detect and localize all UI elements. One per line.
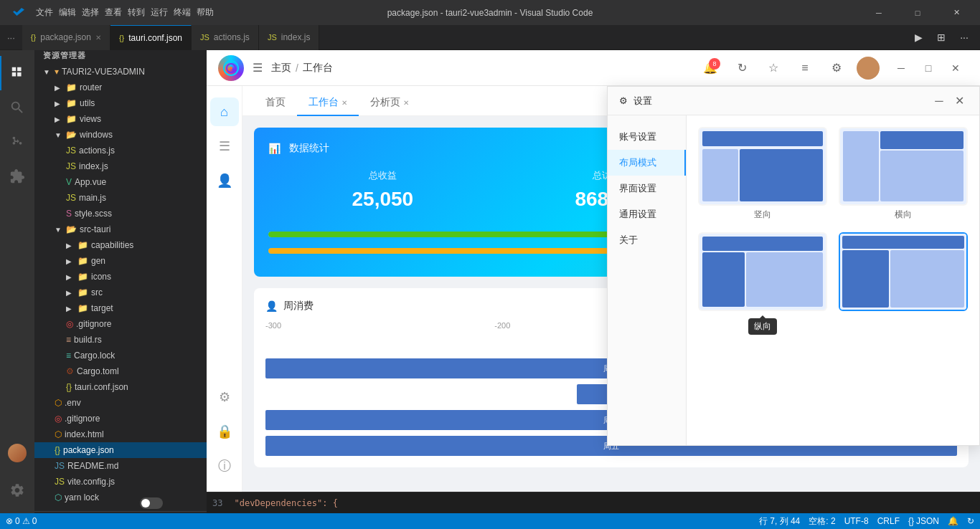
sidebar-item-vite-config[interactable]: JS vite.config.js [34,474,207,490]
sidebar-item-views[interactable]: ▶ 📁 views [34,111,207,127]
settings-nav-general[interactable]: 通用设置 [608,201,686,227]
sidebar-item-actions-js[interactable]: JS actions.js [34,143,207,158]
status-position[interactable]: 行 7, 列 44 [759,515,800,528]
nav-info[interactable]: ⓘ [210,452,239,480]
status-line-endings[interactable]: CRLF [877,516,900,526]
sidebar-item-gitignore[interactable]: ◎ .gitignore [34,411,207,426]
sidebar-item-cargo-lock[interactable]: ≡ Cargo.lock [34,348,207,363]
align-button[interactable]: ≡ [793,57,816,80]
sidebar-item-router[interactable]: ▶ 📁 router [34,80,207,95]
sidebar-item-index-html[interactable]: ⬡ index.html [34,426,207,442]
more-actions-button[interactable]: ··· [954,27,974,47]
tab-close-analytics[interactable]: ✕ [403,99,409,107]
page-tab-home[interactable]: 首页 [254,90,297,116]
nav-home[interactable]: ⌂ [210,97,239,126]
settings-minimize-button[interactable]: ─ [930,92,948,110]
app-minimize-button[interactable]: ─ [888,57,914,79]
nav-files[interactable]: ☰ [210,132,239,161]
page-tab-workbench[interactable]: 工作台 ✕ [297,90,359,116]
sidebar-item-build-rs[interactable]: ≡ build.rs [34,332,207,348]
page-tab-analytics[interactable]: 分析页 ✕ [359,90,420,116]
sidebar-item-main-js[interactable]: JS main.js [34,190,207,206]
activity-explorer[interactable] [0,56,34,90]
settings-nav-about[interactable]: 关于 [608,227,686,253]
sidebar-item-env[interactable]: ⬡ .env [34,395,207,411]
tab-index-js[interactable]: JS index.js [259,25,320,50]
breadcrumb-home[interactable]: 主页 [271,62,291,75]
project-root[interactable]: ▼ ▾ TAURI2-VUE3ADMIN [34,64,207,80]
sidebar-item-src-tauri[interactable]: ▼ 📂 src-tauri [34,221,207,237]
user-avatar[interactable] [857,57,880,80]
sidebar-item-readme[interactable]: JS README.md [34,458,207,474]
tab-package-json[interactable]: {} package.json ✕ [22,25,110,50]
tab-tauri-conf[interactable]: {} tauri.conf.json [110,25,192,50]
layout-option-vertical[interactable]: 竖向 [698,127,827,221]
nav-user[interactable]: 👤 [210,166,239,195]
close-button[interactable]: ✕ [940,0,973,25]
activity-extensions[interactable] [0,159,34,194]
tab-close-workbench[interactable]: ✕ [341,99,347,107]
settings-close-button[interactable]: ✕ [951,92,968,110]
activity-account[interactable] [0,436,34,470]
user-avatar[interactable] [8,444,27,462]
sidebar-item-gitignore-tauri[interactable]: ◎ .gitignore [34,316,207,332]
tab-close-icon[interactable]: ✕ [95,34,101,42]
sidebar-item-tauri-conf-json[interactable]: {} tauri.conf.json [34,379,207,395]
hamburger-button[interactable]: ☰ [253,61,263,75]
settings-nav-layout[interactable]: 布局模式 [608,150,686,176]
sidebar-item-app-vue[interactable]: V App.vue [34,174,207,190]
status-sync[interactable]: ↻ [967,516,974,526]
layout-button[interactable]: ⊞ [931,27,951,47]
menu-edit[interactable]: 编辑 [59,6,76,19]
sidebar-item-style-scss[interactable]: S style.scss [34,206,207,221]
settings-button[interactable]: ⚙ [825,57,848,80]
app-close-button[interactable]: ✕ [943,57,969,79]
notification-button[interactable]: 🔔 8 [699,57,722,80]
sidebar-item-package-json[interactable]: {} package.json [34,442,207,458]
menu-view[interactable]: 查看 [105,6,122,19]
js-icon: JS [268,33,277,42]
refresh-button[interactable]: ↻ [730,57,753,80]
menu-run[interactable]: 运行 [151,6,168,19]
activity-source-control[interactable] [0,125,34,159]
status-language[interactable]: {} JSON [908,516,939,526]
nav-lock[interactable]: 🔒 [210,417,239,446]
tab-actions-js[interactable]: JS actions.js [192,25,259,50]
theme-toggle[interactable] [140,497,163,509]
outline-section[interactable]: ▶ 大纲 [34,511,207,513]
settings-nav-interface[interactable]: 界面设置 [608,176,686,201]
menu-terminal[interactable]: 终端 [174,6,191,19]
sidebar-item-icons[interactable]: ▶ 📁 icons [34,269,207,285]
status-errors[interactable]: ⊗ 0 ⚠ 0 [6,516,37,526]
layout-option-mixed[interactable]: 纵向 [698,232,827,314]
menu-help[interactable]: 帮助 [197,6,214,19]
sidebar-item-yarn-lock[interactable]: ⬡ yarn lock [34,490,207,505]
settings-nav-account[interactable]: 账号设置 [608,124,686,150]
activity-search[interactable] [0,90,34,125]
sidebar-item-index-js[interactable]: JS index.js [34,158,207,174]
menu-file[interactable]: 文件 [36,6,53,19]
sidebar-item-src[interactable]: ▶ 📁 src [34,285,207,300]
menu-select[interactable]: 选择 [82,6,99,19]
layout-option-selected[interactable] [839,232,968,314]
run-button[interactable]: ▶ [908,27,928,47]
maximize-button[interactable]: □ [901,0,934,25]
nav-gear[interactable]: ⚙ [210,383,239,411]
sidebar-item-cargo-toml[interactable]: ⚙ Cargo.toml [34,363,207,379]
status-spaces[interactable]: 空格: 2 [809,515,835,528]
layout-option-horizontal[interactable]: 横向 [839,127,968,221]
minimize-button[interactable]: ─ [862,0,895,25]
folder-icon: 📁 [77,287,88,297]
sidebar-item-utils[interactable]: ▶ 📁 utils [34,95,207,111]
status-encoding[interactable]: UTF-8 [844,516,869,526]
app-maximize-button[interactable]: □ [915,57,941,79]
star-button[interactable]: ☆ [762,57,785,80]
status-notifications[interactable]: 🔔 [948,516,958,526]
activity-settings[interactable] [0,473,34,507]
menu-goto[interactable]: 转到 [128,6,145,19]
sidebar-item-target[interactable]: ▶ 📁 target [34,300,207,316]
sidebar-item-capabilities[interactable]: ▶ 📁 capabilities [34,237,207,253]
sidebar-item-windows[interactable]: ▼ 📂 windows [34,127,207,143]
tab-more-button[interactable]: ··· [0,32,22,43]
sidebar-item-gen[interactable]: ▶ 📁 gen [34,253,207,269]
